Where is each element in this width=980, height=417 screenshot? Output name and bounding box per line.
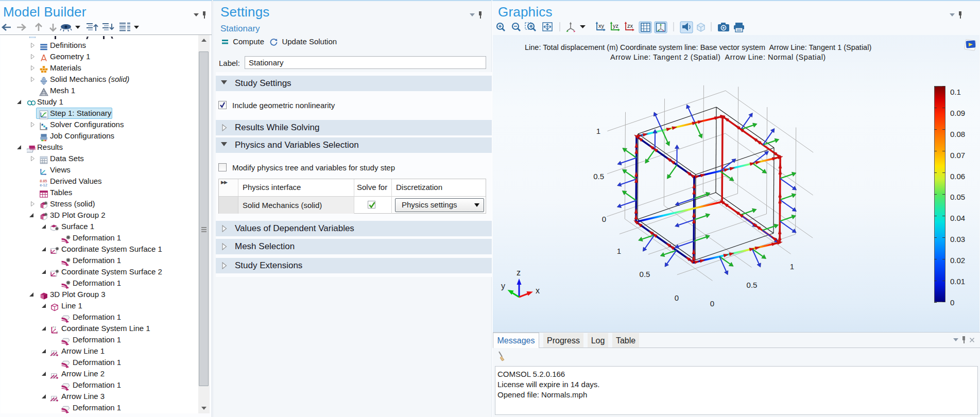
svg-text:0.5: 0.5 [747, 281, 758, 289]
svg-text:x: x [536, 286, 540, 295]
svg-text:zx: zx [627, 23, 633, 29]
svg-text:1: 1 [596, 127, 600, 135]
svg-text:0.5: 0.5 [593, 172, 604, 181]
svg-text:y: y [501, 282, 505, 290]
svg-text:0.5: 0.5 [640, 270, 650, 279]
svg-text:xy: xy [598, 23, 605, 29]
svg-text:1: 1 [617, 247, 621, 255]
svg-text:x: x [56, 330, 58, 333]
svg-text:0: 0 [675, 293, 679, 302]
svg-text:0: 0 [602, 215, 606, 223]
svg-text:yz: yz [613, 23, 618, 29]
svg-text:1: 1 [790, 262, 794, 271]
svg-text:0: 0 [710, 299, 714, 308]
svg-text:z y: z y [53, 325, 56, 328]
svg-text:z: z [517, 268, 521, 277]
